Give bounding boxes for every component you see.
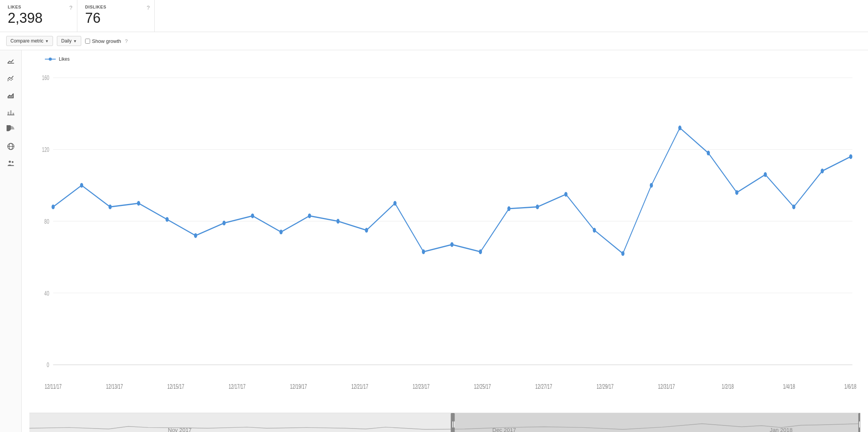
show-growth-help-icon[interactable]: ? (125, 38, 128, 44)
minimap-svg: Nov 2017 Dec 2017 Jan 2018 (29, 413, 860, 432)
chart-dot (393, 201, 396, 206)
daily-chevron-icon: ▼ (73, 39, 77, 43)
chart-dot (251, 213, 254, 218)
y-label-120: 120 (42, 146, 49, 153)
svg-point-9 (12, 161, 14, 163)
chart-dot (337, 219, 340, 223)
comparison-icon[interactable] (3, 71, 18, 86)
pie-chart-icon[interactable] (3, 122, 18, 137)
line-chart-icon[interactable] (3, 54, 18, 69)
globe-icon[interactable] (3, 139, 18, 154)
minimap-label-nov: Nov 2017 (168, 427, 191, 432)
chart-dot (80, 183, 83, 187)
chart-dot (821, 168, 824, 173)
legend-label: Likes (59, 56, 70, 62)
x-label-8: 12/27/17 (535, 383, 552, 390)
main-area: Likes 0 40 80 (0, 50, 868, 432)
svg-rect-2 (10, 111, 12, 115)
likes-help-icon[interactable]: ? (69, 5, 72, 11)
x-label-2: 12/15/17 (167, 383, 185, 390)
legend-dot-indicator (49, 58, 52, 61)
chart-type-sidebar (0, 50, 22, 432)
chart-minimap[interactable]: Nov 2017 Dec 2017 Jan 2018 (29, 413, 860, 432)
chart-dot (764, 172, 767, 177)
y-label-80: 80 (44, 218, 50, 225)
chart-dot (536, 204, 539, 209)
x-label-0: 12/11/17 (44, 383, 62, 390)
legend-line-indicator (45, 59, 56, 60)
likes-value: 2,398 (8, 10, 69, 26)
chart-dot (279, 230, 282, 234)
chart-dot (479, 249, 482, 254)
chart-dot (166, 217, 169, 222)
dislikes-help-icon[interactable]: ? (147, 5, 150, 11)
x-label-5: 12/21/17 (351, 383, 368, 390)
show-growth-toggle[interactable]: Show growth (85, 38, 121, 44)
chart-dot (365, 228, 368, 233)
chart-svg-container: 0 40 80 120 160 12/11/17 12/13/17 12/15/… (29, 66, 860, 413)
dislikes-metric: DISLIKES 76 ? (77, 0, 155, 32)
dislikes-value: 76 (85, 10, 147, 26)
likes-metric: LIKES 2,398 ? (0, 0, 77, 32)
line-chart-svg: 0 40 80 120 160 12/11/17 12/13/17 12/15/… (29, 66, 860, 413)
x-label-3: 12/17/17 (229, 383, 246, 390)
metrics-bar: LIKES 2,398 ? DISLIKES 76 ? (0, 0, 868, 32)
chart-dot (51, 204, 55, 209)
compare-metric-chevron-icon: ▼ (45, 39, 49, 43)
chart-dot (137, 201, 140, 206)
likes-label: LIKES (8, 5, 69, 9)
chart-dot (507, 206, 511, 211)
x-label-9: 12/29/17 (596, 383, 613, 390)
y-label-160: 160 (42, 74, 49, 82)
area-chart-icon[interactable] (3, 88, 18, 103)
chart-dot (222, 221, 226, 225)
y-label-40: 40 (44, 289, 50, 297)
chart-dot (707, 151, 710, 155)
daily-label: Daily (61, 38, 72, 44)
chart-dot (849, 154, 852, 159)
x-label-11: 1/2/18 (722, 383, 734, 390)
chart-dot (621, 251, 624, 256)
chart-dot (650, 183, 653, 187)
chart-legend: Likes (29, 56, 860, 62)
chart-dot (735, 190, 738, 195)
x-label-6: 12/23/17 (413, 383, 430, 390)
x-label-10: 12/31/17 (658, 383, 675, 390)
chart-dot (194, 233, 197, 238)
x-label-4: 12/19/17 (290, 383, 307, 390)
show-growth-checkbox[interactable] (85, 39, 90, 44)
x-label-7: 12/25/17 (474, 383, 491, 390)
chart-area: Likes 0 40 80 (22, 50, 868, 432)
x-label-1: 12/13/17 (106, 383, 123, 390)
minimap-label-dec: Dec 2017 (492, 427, 516, 432)
chart-dot (308, 213, 311, 218)
chart-dot (422, 249, 425, 254)
chart-dot (450, 242, 453, 247)
dislikes-label: DISLIKES (85, 5, 147, 9)
likes-chart-line (53, 128, 851, 253)
y-label-0: 0 (47, 361, 49, 369)
minimap-label-jan: Jan 2018 (770, 427, 793, 432)
compare-metric-button[interactable]: Compare metric ▼ (6, 36, 53, 46)
chart-dot (792, 204, 795, 209)
chart-toolbar: Compare metric ▼ Daily ▼ Show growth ? (0, 32, 868, 50)
svg-rect-1 (7, 112, 9, 115)
bar-chart-icon[interactable] (3, 105, 18, 120)
x-label-12: 1/4/18 (783, 383, 795, 390)
compare-metric-label: Compare metric (10, 38, 43, 44)
svg-point-8 (9, 161, 11, 163)
daily-button[interactable]: Daily ▼ (57, 36, 81, 46)
svg-rect-15 (29, 413, 453, 432)
chart-dot (593, 228, 596, 233)
chart-dot (109, 204, 112, 209)
chart-dot (678, 126, 681, 130)
x-label-13: 1/6/18 (844, 383, 856, 390)
show-growth-label: Show growth (92, 38, 121, 44)
people-icon[interactable] (3, 156, 18, 171)
chart-dot (564, 192, 567, 197)
